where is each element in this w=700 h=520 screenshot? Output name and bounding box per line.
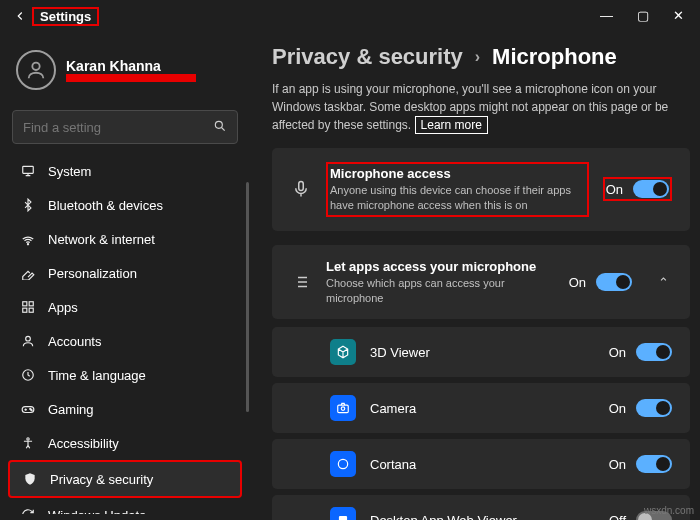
svg-rect-5 (29, 302, 33, 306)
back-button[interactable] (8, 4, 32, 28)
sidebar-item-upd[interactable]: Windows Update (8, 498, 242, 514)
breadcrumb: Privacy & security › Microphone (272, 42, 700, 80)
let-apps-toggle[interactable] (596, 273, 632, 291)
card-subtitle: Anyone using this device can choose if t… (330, 183, 585, 213)
search-input[interactable] (12, 110, 238, 144)
chevron-up-icon[interactable]: ⌃ (654, 275, 672, 290)
watermark: wsxdn.com (644, 505, 694, 516)
toggle-label: On (569, 275, 586, 290)
system-icon (20, 163, 36, 179)
user-name: Karan Khanna (66, 58, 196, 74)
app-row: Desktop App Web Viewer Off (272, 495, 690, 520)
microphone-access-toggle[interactable] (633, 180, 669, 198)
page-title: Microphone (492, 44, 617, 70)
toggle-label: On (606, 182, 623, 197)
card-subtitle: Choose which apps can access your microp… (326, 276, 555, 306)
card-title: Microphone access (330, 166, 585, 181)
chevron-right-icon: › (475, 48, 480, 66)
sidebar-item-pers[interactable]: Personalization (8, 256, 242, 290)
svg-point-1 (215, 121, 222, 128)
sidebar-item-game[interactable]: Gaming (8, 392, 242, 426)
app-row: 3D Viewer On (272, 327, 690, 377)
sidebar-item-system[interactable]: System (8, 154, 242, 188)
maximize-button[interactable]: ▢ (637, 8, 649, 23)
sidebar-item-net[interactable]: Network & internet (8, 222, 242, 256)
sidebar-item-priv[interactable]: Privacy & security (8, 460, 242, 498)
svg-point-0 (32, 63, 39, 70)
avatar-icon (16, 50, 56, 90)
sidebar-item-time[interactable]: Time & language (8, 358, 242, 392)
let-apps-card[interactable]: Let apps access your microphone Choose w… (272, 245, 690, 320)
sidebar-item-label: Time & language (48, 368, 146, 383)
game-icon (20, 401, 36, 417)
bt-icon (20, 197, 36, 213)
svg-rect-18 (339, 516, 347, 520)
card-title: Let apps access your microphone (326, 259, 555, 274)
sidebar-item-label: System (48, 164, 91, 179)
svg-point-16 (341, 407, 345, 411)
sidebar-item-apps[interactable]: Apps (8, 290, 242, 324)
sidebar-item-acc[interactable]: Accessibility (8, 426, 242, 460)
toggle-label: On (609, 457, 626, 472)
sidebar-item-label: Accounts (48, 334, 101, 349)
app-icon (330, 451, 356, 477)
svg-point-8 (26, 336, 31, 341)
time-icon (20, 367, 36, 383)
app-name: Camera (370, 401, 595, 416)
sidebar-item-label: Gaming (48, 402, 94, 417)
page-description: If an app is using your microphone, you'… (272, 80, 700, 134)
sidebar-item-label: Apps (48, 300, 78, 315)
sidebar-item-label: Privacy & security (50, 472, 153, 487)
svg-rect-14 (299, 182, 304, 191)
svg-rect-2 (23, 166, 34, 173)
app-name: Cortana (370, 457, 595, 472)
crumb-parent[interactable]: Privacy & security (272, 44, 463, 70)
acct-icon (20, 333, 36, 349)
list-icon (290, 271, 312, 293)
app-toggle[interactable] (636, 343, 672, 361)
apps-icon (20, 299, 36, 315)
sidebar-item-acct[interactable]: Accounts (8, 324, 242, 358)
microphone-icon (290, 178, 312, 200)
priv-icon (22, 471, 38, 487)
app-row: Cortana On (272, 439, 690, 489)
sidebar-item-label: Personalization (48, 266, 137, 281)
sidebar-item-bt[interactable]: Bluetooth & devices (8, 188, 242, 222)
app-name: Desktop App Web Viewer (370, 513, 595, 520)
sidebar-item-label: Bluetooth & devices (48, 198, 163, 213)
user-email-redacted (66, 74, 196, 82)
app-toggle[interactable] (636, 399, 672, 417)
sidebar-item-label: Windows Update (48, 508, 146, 515)
sidebar-item-label: Network & internet (48, 232, 155, 247)
svg-rect-7 (29, 308, 33, 312)
toggle-label: Off (609, 513, 626, 520)
svg-point-17 (338, 460, 347, 469)
sidebar-item-label: Accessibility (48, 436, 119, 451)
upd-icon (20, 507, 36, 514)
svg-point-13 (27, 438, 29, 440)
svg-point-3 (27, 244, 28, 245)
sidebar-scrollbar[interactable] (246, 182, 249, 412)
svg-rect-15 (338, 405, 349, 413)
app-name: 3D Viewer (370, 345, 595, 360)
minimize-button[interactable]: — (600, 8, 613, 23)
app-icon (330, 507, 356, 520)
close-button[interactable]: ✕ (673, 8, 684, 23)
acc-icon (20, 435, 36, 451)
app-icon (330, 339, 356, 365)
user-profile[interactable]: Karan Khanna (8, 40, 242, 100)
learn-more-link[interactable]: Learn more (415, 116, 488, 134)
toggle-label: On (609, 345, 626, 360)
app-toggle[interactable] (636, 455, 672, 473)
svg-rect-4 (23, 302, 27, 306)
app-row: Camera On (272, 383, 690, 433)
microphone-access-card: Microphone access Anyone using this devi… (272, 148, 690, 231)
app-title: Settings (34, 8, 97, 25)
net-icon (20, 231, 36, 247)
toggle-label: On (609, 401, 626, 416)
pers-icon (20, 265, 36, 281)
app-icon (330, 395, 356, 421)
svg-rect-6 (23, 308, 27, 312)
search-icon (213, 119, 227, 136)
svg-point-12 (31, 410, 32, 411)
